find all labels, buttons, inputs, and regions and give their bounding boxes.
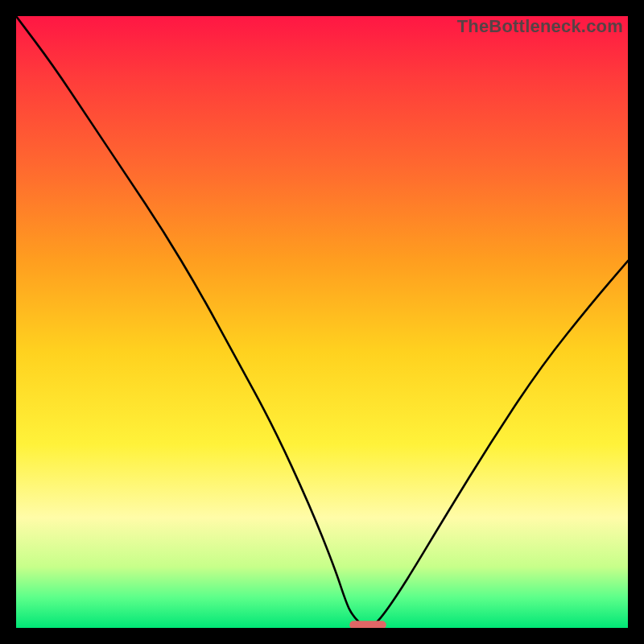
watermark-label: TheBottleneck.com [457, 16, 623, 37]
min-marker [349, 621, 386, 628]
chart-plot-area: TheBottleneck.com [16, 16, 628, 628]
chart-frame: TheBottleneck.com [0, 0, 644, 644]
bottleneck-chart [16, 16, 628, 628]
